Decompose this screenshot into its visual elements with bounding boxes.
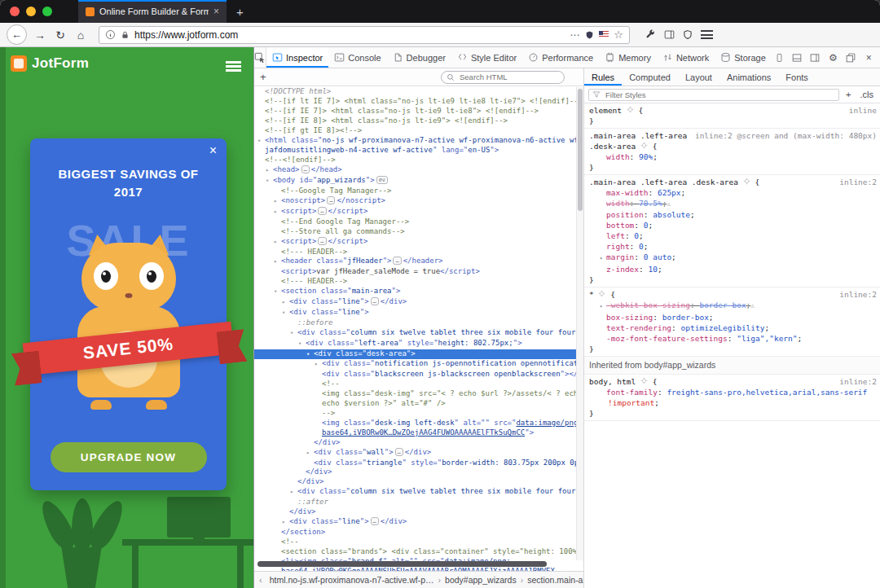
markup-line[interactable]: <img class="desk-img" src="< ? echo $url… [254,389,583,399]
upgrade-now-button[interactable]: UPGRADE NOW [51,442,207,472]
css-declaration[interactable]: font-family: freight-sans-pro,helvetica,… [589,387,877,408]
markup-line[interactable]: <!--<![endif]--> [254,156,583,165]
rule-source-link[interactable]: inline:2 [695,131,733,140]
property-value[interactable]: 625px [658,188,681,197]
expand-shorthand-icon[interactable]: ▸ [600,301,606,312]
collapsed-content-icon[interactable]: … [371,517,379,525]
css-declaration[interactable]: max-width: 625px; [589,187,877,198]
expand-arrow-icon[interactable]: ▸ [266,166,273,176]
markup-vertical-scrollbar[interactable] [576,87,583,560]
selector-highlighter-icon[interactable] [738,178,750,186]
rule-source-link[interactable]: inline:2 [839,377,877,386]
collapse-arrow-icon[interactable]: ▾ [298,340,306,349]
css-declaration[interactable]: box-sizing: border-box; [589,312,877,323]
collapsed-content-icon[interactable]: … [318,207,326,215]
markup-line[interactable]: <!-- [254,380,583,389]
tab-network[interactable]: Network [657,47,715,68]
responsive-design-icon[interactable] [772,53,787,63]
collapsed-content-icon[interactable]: … [371,297,379,305]
minimize-window-button[interactable] [26,7,36,16]
collapse-arrow-icon[interactable]: ▾ [257,137,265,147]
forward-button[interactable]: → [33,29,47,42]
markup-line[interactable]: ::after [254,498,583,507]
markup-line[interactable]: ▸<div class="line">…</div> [254,517,583,528]
shield-extension-icon[interactable] [585,30,594,40]
tab-storage[interactable]: Storage [715,47,772,68]
markup-line[interactable]: ▾<div class="left-area" style="height: 8… [254,339,583,349]
markup-line[interactable]: ▾<div class="line"> [254,308,583,318]
css-declaration[interactable]: width: 70.5%; ⚠ [589,198,877,209]
tab-fonts[interactable]: Fonts [778,68,816,86]
selector-highlighter-icon[interactable] [622,106,634,115]
markup-line[interactable]: <!--[if gt IE 8]><!--> [254,126,583,136]
property-name[interactable]: bottom [606,221,634,230]
selector-highlighter-icon[interactable] [636,377,648,386]
rule-selector[interactable]: .main-area .left-area [589,131,687,140]
search-html-input[interactable] [458,72,559,82]
css-declaration[interactable]: position: absolute; [589,209,877,220]
property-name[interactable]: right [606,242,630,251]
css-declaration[interactable]: left: 0; [589,230,877,241]
css-declaration[interactable]: -moz-font-feature-settings: "liga","kern… [589,333,877,344]
breadcrumb-item[interactable]: body#app_wizards [441,575,521,585]
markup-line[interactable]: ▾<div class="column six twelve tablet th… [254,328,583,339]
add-rule-button[interactable]: + [843,90,853,99]
breadcrumb-item[interactable]: html.no-js.wf-proximanova-n7-active.wf-p… [266,575,438,585]
collapse-arrow-icon[interactable]: ▾ [290,329,297,339]
expand-arrow-icon[interactable]: ▸ [290,488,297,498]
collapse-arrow-icon[interactable]: ▾ [266,177,273,186]
markup-line[interactable]: <!--Store all ga commands--> [254,227,583,237]
reload-button[interactable]: ↻ [53,29,68,42]
property-value[interactable]: "liga","kern" [737,334,797,343]
dock-side-icon[interactable] [807,53,823,63]
markup-line[interactable]: ▾<body id="app_wizards">ev [254,176,583,186]
property-name[interactable]: width [606,199,630,208]
markup-line[interactable]: echo $version ?>" alt="#" /> [254,399,583,409]
menu-icon[interactable] [701,30,713,39]
css-declaration[interactable]: right: 0; [589,241,877,252]
markup-line[interactable]: ▸<div class="wall">…</div> [254,448,583,459]
markup-line[interactable]: </div> [254,438,583,448]
back-button[interactable]: ← [7,24,27,45]
node-picker-icon[interactable] [254,47,266,68]
separate-window-icon[interactable] [843,53,859,63]
markup-horizontal-scrollbar[interactable] [257,561,572,568]
markup-line[interactable]: ▸<div class="line">…</div> [254,297,583,308]
dock-bottom-icon[interactable] [790,53,805,63]
tab-inspector[interactable]: Inspector [266,47,328,68]
expand-arrow-icon[interactable]: ▸ [274,257,281,267]
property-name[interactable]: box-sizing [606,313,653,322]
expand-arrow-icon[interactable]: ▸ [282,298,289,308]
property-name[interactable]: text-rendering [606,323,671,332]
property-value[interactable]: absolute [653,210,690,219]
close-window-button[interactable] [10,7,20,16]
property-name[interactable]: z-index [606,265,639,274]
rule-selector[interactable]: .main-area .left-area .desk-area [589,178,738,186]
property-name[interactable]: -webkit-box-sizing [606,301,690,309]
css-declaration[interactable]: text-rendering: optimizeLegibility; [589,323,877,333]
flag-extension-icon[interactable] [599,31,609,38]
markup-line[interactable]: <!--[if lt IE 7]> <html class="no-js lt-… [254,97,583,107]
close-devtools-icon[interactable]: × [861,52,877,64]
property-value[interactable]: 0 auto [644,252,671,261]
collapsed-content-icon[interactable]: … [301,165,310,173]
markup-line[interactable]: <!--Google Tag Manager--> [254,186,583,196]
collapsed-content-icon[interactable]: … [395,448,403,456]
bookmark-star-icon[interactable]: ☆ [614,29,623,41]
add-node-button[interactable]: + [260,71,266,83]
collapse-arrow-icon[interactable]: ▾ [306,350,314,360]
filter-styles-box[interactable] [588,89,839,101]
css-declaration[interactable]: width: 90%; [589,151,877,162]
tab-layout[interactable]: Layout [678,68,719,86]
markup-line[interactable]: <!--- HEADER--> [254,277,583,287]
class-toggle-button[interactable]: .cls [858,90,877,99]
markup-line[interactable]: ▾<html class="no-js wf-proximanova-n7-ac… [254,136,583,147]
markup-line[interactable]: ▸<script>…</script> [254,237,583,248]
rule-selector[interactable]: body, html [589,377,636,386]
property-name[interactable]: font-family [606,388,658,397]
tab-style-editor[interactable]: Style Editor [451,47,522,68]
markup-line[interactable]: ▸<div class="notification js-opennotific… [254,359,583,370]
markup-line[interactable]: <section class="brands"> <div class="con… [254,547,583,557]
new-tab-button[interactable]: + [236,5,244,19]
markup-line[interactable]: <!DOCTYPE html> [254,87,583,97]
